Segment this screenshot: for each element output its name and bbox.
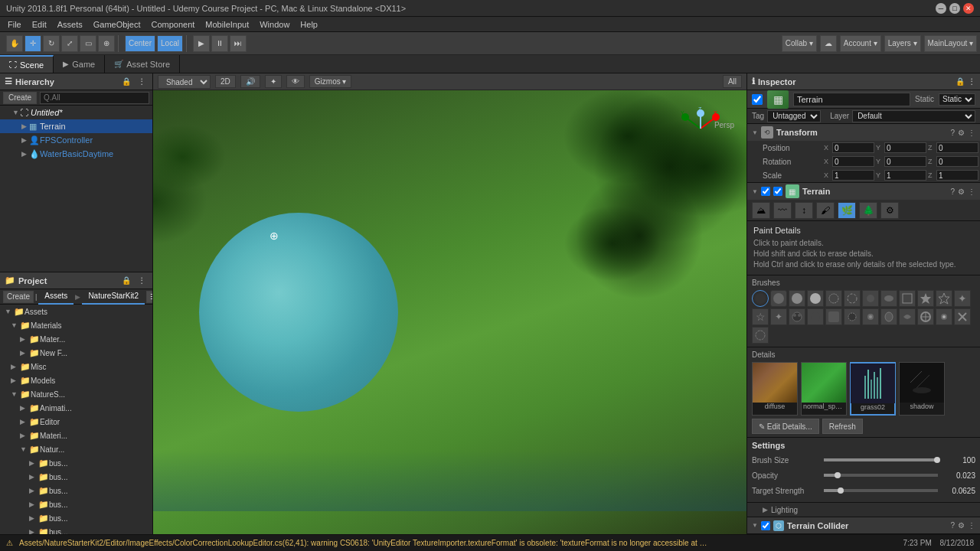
rotation-y-input[interactable]	[884, 156, 926, 167]
scene-view-button[interactable]: 👁	[286, 75, 305, 88]
project-create-button[interactable]: Create	[3, 291, 34, 303]
scale-x-input[interactable]	[832, 170, 874, 181]
hierarchy-menu-button[interactable]: ⋮	[136, 76, 148, 88]
tree-item-editor[interactable]: ▶ 📁 Editor	[0, 415, 152, 429]
tab-scene[interactable]: ⛶ Scene	[0, 55, 54, 73]
collider-settings-icon[interactable]: ⚙	[958, 521, 965, 530]
shading-mode-select[interactable]: Shaded	[158, 75, 211, 89]
pause-button[interactable]: ⏸	[211, 35, 228, 52]
transform-component-header[interactable]: ▼ ⟲ Transform ? ⚙ ⋮	[747, 124, 980, 141]
brush-4[interactable]	[807, 290, 824, 307]
detail-item-diffuse[interactable]: diffuse	[752, 362, 798, 416]
brush-21[interactable]	[899, 308, 916, 325]
brush-2[interactable]	[770, 290, 787, 307]
play-button[interactable]: ▶	[193, 35, 210, 52]
rect-tool-button[interactable]: ▭	[80, 35, 96, 52]
menu-edit[interactable]: Edit	[28, 18, 51, 31]
edit-details-button[interactable]: ✎ Edit Details...	[752, 419, 819, 434]
transform-menu-icon[interactable]: ⋮	[968, 129, 975, 137]
tree-item-newf[interactable]: ▶ 📁 New F...	[0, 346, 152, 360]
rotation-z-input[interactable]	[936, 156, 978, 167]
tree-item-bus4[interactable]: ▶📁bus...	[0, 497, 152, 511]
local-button[interactable]: Local	[157, 35, 183, 52]
terrain-help-icon[interactable]: ?	[950, 187, 955, 196]
terrain-component-header[interactable]: ▼ ▦ Terrain ? ⚙ ⋮	[747, 183, 980, 200]
minimize-button[interactable]: ─	[936, 3, 946, 14]
rotate-tool-button[interactable]: ↻	[43, 35, 60, 52]
cloud-button[interactable]: ☁	[820, 35, 837, 52]
project-filter-button[interactable]: ☰	[146, 291, 152, 303]
hierarchy-search-input[interactable]	[40, 92, 149, 104]
collider-menu-icon[interactable]: ⋮	[968, 521, 975, 530]
position-y-input[interactable]	[884, 142, 926, 153]
position-x-input[interactable]	[832, 142, 874, 153]
tree-item-materi2[interactable]: ▶ 📁 Materi...	[0, 429, 152, 442]
tree-item-misc[interactable]: ▶ 📁 Misc	[0, 360, 152, 373]
brush-16[interactable]	[807, 308, 824, 325]
scale-tool-button[interactable]: ⤢	[61, 35, 78, 52]
collab-button[interactable]: Collab ▾	[782, 35, 817, 52]
rotation-x-input[interactable]	[832, 156, 874, 167]
tree-item-bus3[interactable]: ▶📁bus...	[0, 484, 152, 497]
maximize-button[interactable]: □	[949, 3, 960, 14]
brush-12[interactable]: ✦	[954, 290, 971, 307]
multi-tool-button[interactable]: ⊕	[98, 35, 115, 52]
terrain-settings-icon[interactable]: ⚙	[958, 187, 965, 196]
layout-button[interactable]: MainLayout ▾	[924, 35, 977, 52]
brush-10[interactable]	[917, 290, 934, 307]
2d-mode-button[interactable]: 2D	[215, 75, 236, 88]
static-dropdown[interactable]: Static	[939, 93, 975, 106]
brush-23[interactable]	[936, 308, 952, 325]
scene-content[interactable]: Persp X Y Z ⊕	[153, 90, 746, 534]
tree-item-animati[interactable]: ▶ 📁 Animati...	[0, 401, 152, 415]
brush-8[interactable]	[880, 290, 897, 307]
brush-22[interactable]	[917, 308, 934, 325]
position-z-input[interactable]	[936, 142, 978, 153]
tree-item-bus2[interactable]: ▶📁bus...	[0, 470, 152, 484]
scale-z-input[interactable]	[936, 170, 978, 181]
hierarchy-item-untitled[interactable]: ▼ ⛶ Untitled*	[0, 106, 152, 119]
tab-game[interactable]: ▶ Game	[54, 55, 105, 73]
transform-settings-icon[interactable]: ⚙	[958, 129, 965, 137]
tree-item-models[interactable]: ▶ 📁 Models	[0, 373, 152, 387]
collider-enabled-checkbox[interactable]	[761, 521, 770, 530]
inspector-lock-button[interactable]: 🔒	[956, 77, 965, 86]
terrain-raise-button[interactable]: ⛰	[752, 202, 770, 219]
brush-14[interactable]: ✦	[770, 308, 787, 325]
collider-component-header[interactable]: ▼ ⬡ Terrain Collider ? ⚙ ⋮	[747, 517, 980, 534]
brush-18[interactable]	[844, 308, 861, 325]
project-menu-button[interactable]: ⋮	[136, 275, 148, 287]
detail-item-normal[interactable]: normal_spe...	[801, 362, 847, 416]
layer-select[interactable]: Default	[852, 110, 975, 122]
brush-9[interactable]	[899, 290, 916, 307]
brush-5[interactable]	[825, 290, 842, 307]
brush-7[interactable]	[862, 290, 879, 307]
collider-help-icon[interactable]: ?	[950, 521, 955, 530]
detail-item-shadow[interactable]: shadow	[899, 362, 945, 416]
scale-y-input[interactable]	[884, 170, 926, 181]
terrain-paint-detail-button[interactable]: 🌿	[838, 202, 856, 219]
terrain-paint-height-button[interactable]: ↕	[795, 202, 813, 219]
brush-19[interactable]	[862, 308, 879, 325]
object-name-input[interactable]	[793, 93, 910, 106]
lighting-row[interactable]: ▶ Lighting	[747, 503, 980, 517]
brush-1[interactable]	[752, 290, 769, 307]
detail-item-grass[interactable]: grass02	[850, 362, 896, 416]
menu-gameobject[interactable]: GameObject	[89, 18, 145, 31]
brush-15[interactable]	[789, 308, 805, 325]
brush-size-slider[interactable]	[824, 458, 938, 461]
target-strength-slider[interactable]	[824, 489, 938, 492]
tab-asset-store[interactable]: 🛒 Asset Store	[105, 55, 180, 73]
center-button[interactable]: Center	[125, 35, 155, 52]
brush-11[interactable]	[936, 290, 952, 307]
refresh-button[interactable]: Refresh	[822, 419, 863, 434]
inspector-menu-button[interactable]: ⋮	[968, 77, 975, 86]
brush-17[interactable]	[825, 308, 842, 325]
brush-3[interactable]	[789, 290, 805, 307]
terrain-settings-button[interactable]: ⚙	[880, 202, 899, 219]
hierarchy-item-terrain[interactable]: ▶ ▦ Terrain	[0, 119, 152, 133]
terrain-place-trees-button[interactable]: 🌲	[859, 202, 877, 219]
brush-20[interactable]	[880, 308, 897, 325]
terrain-enabled-checkbox2[interactable]	[773, 187, 782, 196]
project-lock-button[interactable]: 🔒	[120, 275, 132, 287]
